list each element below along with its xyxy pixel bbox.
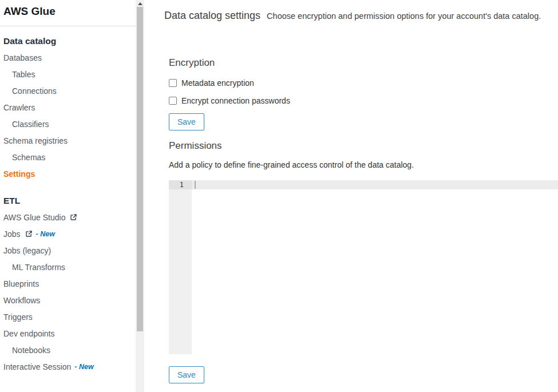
sidebar-scrollbar[interactable] <box>136 0 144 392</box>
sidebar-item-aws-glue-studio[interactable]: AWS Glue Studio <box>0 209 144 225</box>
sidebar-item-jobs-legacy[interactable]: Jobs (legacy) <box>0 242 144 259</box>
new-badge: - New <box>36 230 55 238</box>
sidebar-item-databases[interactable]: Databases <box>0 49 144 66</box>
sidebar-item-label: Dev endpoints <box>3 329 55 338</box>
scrollbar-up-button[interactable] <box>136 0 144 7</box>
sidebar-section-etl: ETLAWS Glue StudioJobs- NewJobs (legacy)… <box>0 196 144 375</box>
sidebar-item-label: Connections <box>12 86 57 96</box>
sidebar-section-heading: ETL <box>3 196 144 206</box>
editor-active-line <box>192 180 558 189</box>
checkbox-box[interactable] <box>169 79 177 87</box>
checkbox-label: Metadata encryption <box>181 78 254 88</box>
sidebar-item-schemas[interactable]: Schemas <box>0 149 144 165</box>
editor-cursor <box>195 181 196 189</box>
sidebar-item-label: Jobs <box>3 229 21 239</box>
sidebar-item-blueprints[interactable]: Blueprints <box>0 275 144 292</box>
encryption-heading: Encryption <box>169 57 558 69</box>
permissions-heading: Permissions <box>169 140 558 152</box>
sidebar-item-interactive-session[interactable]: Interactive Session- New <box>0 358 144 375</box>
sidebar-item-label: ML Transforms <box>12 263 65 272</box>
sidebar-item-label: Tables <box>12 70 35 79</box>
sidebar-item-schema-registries[interactable]: Schema registries <box>0 132 144 149</box>
sidebar-item-dev-endpoints[interactable]: Dev endpoints <box>0 325 144 342</box>
sidebar-item-jobs[interactable]: Jobs- New <box>0 225 144 242</box>
scrollbar-thumb[interactable] <box>137 7 143 331</box>
editor-gutter <box>169 180 192 354</box>
sidebar-item-classifiers[interactable]: Classifiers <box>0 116 144 132</box>
sidebar-item-label: Workflows <box>3 296 40 305</box>
save-encryption-button[interactable]: Save <box>169 113 204 130</box>
checkbox-encrypt-connection-passwords[interactable]: Encrypt connection passwords <box>169 96 558 105</box>
sidebar-item-label: Crawlers <box>3 103 35 112</box>
sidebar-item-tables[interactable]: Tables <box>0 66 144 82</box>
sidebar-item-list: AWS Glue StudioJobs- NewJobs (legacy)ML … <box>0 209 144 375</box>
sidebar: AWS Glue Data catalogDatabasesTablesConn… <box>0 0 144 392</box>
page-title: Data catalog settings <box>164 9 260 22</box>
sidebar-item-label: Notebooks <box>12 346 50 355</box>
sidebar-item-label: Schemas <box>12 153 45 162</box>
sidebar-section-heading: Data catalog <box>3 36 144 46</box>
sidebar-item-crawlers[interactable]: Crawlers <box>0 99 144 116</box>
sidebar-item-label: Classifiers <box>12 120 49 129</box>
main-content: Data catalog settings Choose encryption … <box>144 0 558 392</box>
up-arrow-icon <box>138 2 143 5</box>
sidebar-item-label: Settings <box>3 169 35 179</box>
editor-line-number: 1 <box>169 180 192 189</box>
sidebar-item-label: Blueprints <box>3 279 39 288</box>
sidebar-item-label: Triggers <box>3 312 33 322</box>
sidebar-item-triggers[interactable]: Triggers <box>0 308 144 325</box>
sidebar-item-workflows[interactable]: Workflows <box>0 292 144 308</box>
sidebar-item-ml-transforms[interactable]: ML Transforms <box>0 259 144 275</box>
policy-editor[interactable]: 1 <box>169 180 558 354</box>
new-badge: - New <box>74 363 93 371</box>
checkbox-metadata-encryption[interactable]: Metadata encryption <box>169 78 558 88</box>
permissions-description: Add a policy to define fine-grained acce… <box>169 160 558 169</box>
sidebar-item-label: Databases <box>3 53 42 62</box>
sidebar-item-list: DatabasesTablesConnectionsCrawlersClassi… <box>0 49 144 182</box>
sidebar-item-connections[interactable]: Connections <box>0 82 144 99</box>
external-link-icon <box>70 213 77 221</box>
sidebar-nav: Data catalogDatabasesTablesConnectionsCr… <box>0 36 144 375</box>
sidebar-section-data-catalog: Data catalogDatabasesTablesConnectionsCr… <box>0 36 144 182</box>
sidebar-item-notebooks[interactable]: Notebooks <box>0 342 144 358</box>
sidebar-item-label: Interactive Session <box>3 362 71 371</box>
sidebar-item-label: Schema registries <box>3 136 68 145</box>
external-link-icon <box>25 230 33 237</box>
encryption-checkboxes: Metadata encryptionEncrypt connection pa… <box>169 78 558 105</box>
save-permissions-button[interactable]: Save <box>169 366 204 383</box>
checkbox-label: Encrypt connection passwords <box>181 96 290 105</box>
page-header: Data catalog settings Choose encryption … <box>164 9 558 22</box>
page-subtitle: Choose encryption and permission options… <box>267 11 541 21</box>
app-title: AWS Glue <box>3 5 144 18</box>
checkbox-box[interactable] <box>169 97 177 105</box>
sidebar-item-settings[interactable]: Settings <box>0 165 144 182</box>
sidebar-divider <box>0 26 136 26</box>
sidebar-item-label: AWS Glue Studio <box>3 213 65 222</box>
sidebar-item-label: Jobs (legacy) <box>3 246 51 255</box>
